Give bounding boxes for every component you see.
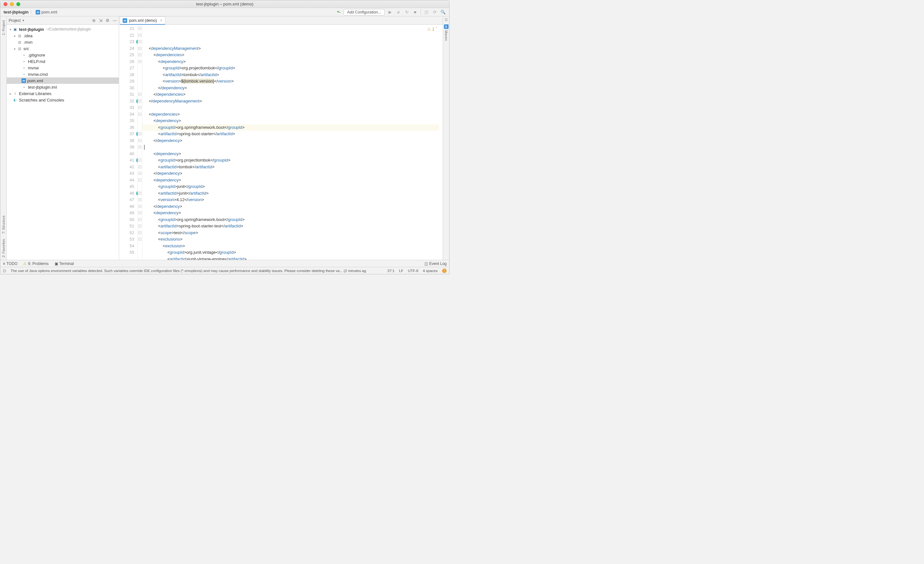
code-line[interactable] (144, 104, 439, 111)
notification-badge[interactable]: ! (442, 269, 447, 273)
fold-toggle-icon[interactable]: − (138, 40, 141, 43)
code-line[interactable]: <artifactId>spring-boot-starter</artifac… (144, 131, 439, 137)
tree-item-pom-xml[interactable]: mpom.xml (7, 77, 119, 84)
debug-icon[interactable]: ⌀ (396, 9, 401, 15)
rail-maven[interactable]: mMaven (444, 24, 448, 41)
expander-icon[interactable]: ▸ (8, 92, 12, 95)
run-icon[interactable]: ▶ (387, 9, 393, 15)
rail-project[interactable]: 1: Project (2, 20, 6, 35)
code-line[interactable]: <dependency> (144, 117, 439, 124)
fold-toggle-icon[interactable]: − (138, 231, 141, 234)
tree-item--idea[interactable]: ▸▥.idea (7, 32, 119, 39)
tree-item-src[interactable]: ▸▥src (7, 45, 119, 52)
scratches[interactable]: ◐ Scratches and Consoles (7, 97, 119, 103)
search-everywhere-icon[interactable]: 🔍 (440, 9, 446, 15)
fold-toggle-icon[interactable]: − (138, 34, 141, 37)
fold-toggle-icon[interactable]: − (138, 159, 141, 162)
code-line[interactable]: </dependency> (144, 137, 439, 144)
breadcrumb-project[interactable]: test-jbplugin (3, 10, 28, 15)
fold-toggle-icon[interactable]: − (138, 146, 141, 148)
fold-toggle-icon[interactable]: − (138, 198, 141, 201)
settings-icon[interactable]: ⚙ (106, 18, 110, 23)
problems-button[interactable]: ⚠6: Problems (23, 262, 48, 266)
notifications-icon[interactable]: ☰ (445, 18, 448, 22)
fold-toggle-icon[interactable]: − (138, 27, 141, 30)
expander-icon[interactable]: ▸ (12, 47, 17, 50)
hide-icon[interactable]: — (113, 18, 117, 23)
code-line[interactable]: <artifactId>lombok</artifactId> (144, 164, 439, 170)
code-line[interactable]: <exclusion> (144, 243, 439, 250)
tree-item-mvnw[interactable]: ▫mvnw (7, 65, 119, 71)
fold-toggle-icon[interactable]: − (138, 99, 141, 102)
breadcrumb-file[interactable]: pom.xml (41, 10, 57, 15)
fold-toggle-icon[interactable]: − (138, 53, 141, 56)
fold-toggle-icon[interactable]: − (138, 238, 141, 241)
code-line[interactable]: <scope>test</scope> (144, 230, 439, 236)
code-line[interactable]: </dependency> (144, 203, 439, 210)
fold-toggle-icon[interactable]: − (138, 93, 141, 96)
expander-icon[interactable]: ▸ (12, 34, 17, 38)
code-line[interactable]: <groupId>org.projectlombok</groupId> (144, 65, 439, 72)
fold-toggle-icon[interactable]: − (138, 211, 141, 214)
code-line[interactable]: <groupId>org.junit.vintage</groupId> (144, 249, 439, 256)
coverage-icon[interactable]: ↻ (404, 9, 410, 15)
dropdown-icon[interactable]: ▼ (22, 19, 25, 22)
git-icon[interactable]: ◫ (423, 9, 429, 15)
inspection-indicator[interactable]: ⚠ 1 ˆ (428, 26, 437, 33)
file-encoding[interactable]: UTF-8 (408, 269, 418, 273)
stop-icon[interactable]: ■ (412, 9, 418, 15)
code-line[interactable]: <artifactId>junit</artifactId> (144, 190, 439, 197)
code-line[interactable]: <dependencies> (144, 52, 439, 59)
rail-structure[interactable]: 7: Structure (2, 215, 6, 234)
fold-toggle-icon[interactable]: − (138, 60, 141, 63)
code-line[interactable]: <dependencyManagement> (144, 45, 439, 52)
tree-item-test-jbplugin-iml[interactable]: ▫test-jbplugin.iml (7, 84, 119, 90)
code-line[interactable]: <dependencies> (144, 111, 439, 118)
code-line[interactable]: <exclusions> (144, 236, 439, 243)
collapse-icon[interactable]: ⇲ (99, 18, 102, 23)
expander-icon[interactable]: ▾ (8, 28, 12, 31)
code-line[interactable]: <version>${lombok.version}</version> (144, 78, 439, 85)
tool-windows-icon[interactable]: ⊡ (3, 269, 6, 273)
editor[interactable]: 212223⬢242526272829303132⬢3334353637⬢383… (119, 25, 443, 260)
code-line[interactable]: <dependency> (144, 59, 439, 65)
code-area[interactable]: ⚠ 1 ˆ <dependencyManagement> <dependenci… (142, 25, 439, 260)
close-tab-icon[interactable]: × (160, 18, 162, 23)
tree-item--mvn[interactable]: ▥.mvn (7, 39, 119, 45)
editor-tab[interactable]: m pom.xml (demo) × (120, 17, 165, 24)
code-line[interactable]: </dependency> (144, 85, 439, 92)
code-line[interactable]: <dependency> (144, 177, 439, 184)
code-line[interactable]: <dependency> (144, 210, 439, 217)
external-libraries[interactable]: ▸ ⦀ External Libraries (7, 90, 119, 97)
code-line[interactable]: <groupId>org.projectlombok</groupId> (144, 157, 439, 164)
add-configuration-button[interactable]: Add Configuration... (344, 9, 385, 15)
code-line[interactable]: </dependencies> (144, 91, 439, 98)
fold-toggle-icon[interactable]: − (138, 139, 141, 142)
code-line[interactable]: <groupId>org.springframework.boot</group… (144, 124, 439, 131)
code-line[interactable]: <groupId>org.springframework.boot</group… (144, 217, 439, 223)
code-line[interactable]: </dependency> (144, 170, 439, 177)
fold-toggle-icon[interactable]: − (138, 179, 141, 182)
event-log-button[interactable]: ◫Event Log (424, 262, 447, 266)
tree-item--gitignore[interactable]: ▫.gitignore (7, 52, 119, 58)
code-line[interactable]: <version>4.12</version> (144, 197, 439, 203)
fold-toggle-icon[interactable]: − (138, 132, 141, 135)
fold-toggle-icon[interactable]: − (138, 47, 141, 50)
indent-setting[interactable]: 4 spaces (423, 269, 438, 273)
code-line[interactable]: <dependency> (144, 150, 439, 157)
fold-toggle-icon[interactable]: − (138, 172, 141, 175)
fold-toggle-icon[interactable]: − (138, 218, 141, 221)
tree-item-HELP-md[interactable]: ▫HELP.md (7, 58, 119, 65)
update-icon[interactable]: ⟳ (432, 9, 438, 15)
code-line[interactable]: <groupId>junit</groupId> (144, 183, 439, 190)
project-tree[interactable]: ▾ ▣ test-jbplugin ~/Code/demo/test-jbplu… (7, 25, 119, 260)
project-label[interactable]: Project (9, 18, 21, 23)
code-line[interactable] (144, 144, 439, 150)
code-line[interactable]: </dependencyManagement> (144, 98, 439, 105)
error-stripe[interactable] (439, 25, 443, 260)
code-line[interactable]: <artifactId>junit-vintage-engine</artifa… (144, 256, 439, 260)
build-icon[interactable]: ⬑ (337, 9, 341, 15)
fold-toggle-icon[interactable]: − (138, 165, 141, 168)
fold-toggle-icon[interactable]: − (138, 113, 141, 116)
line-separator[interactable]: LF (399, 269, 403, 273)
